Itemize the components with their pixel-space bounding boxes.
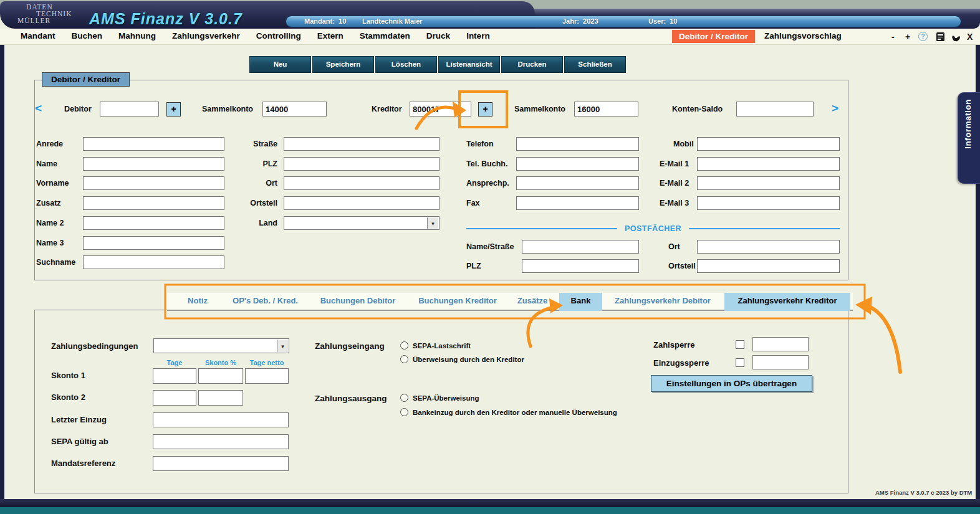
menu-item-extern[interactable]: Extern <box>317 31 343 40</box>
sepa-gueltig-input[interactable] <box>153 434 289 449</box>
sammelkonto-debitor-input[interactable] <box>262 102 327 117</box>
sepa-lastschrift-radio[interactable] <box>400 341 408 350</box>
loeschen-button[interactable]: Löschen <box>375 56 437 73</box>
menu-item-intern[interactable]: Intern <box>466 31 490 40</box>
tab-buchungen-debitor[interactable]: Buchungen Debitor <box>310 293 405 310</box>
email1-input[interactable] <box>697 157 840 171</box>
ortsteil-input[interactable] <box>284 196 440 210</box>
tab-zusaetze[interactable]: Zusätze <box>510 293 555 310</box>
menu-item-stammdaten[interactable]: Stammdaten <box>360 31 410 40</box>
mandatsreferenz-input[interactable] <box>153 456 289 471</box>
vorname-input[interactable] <box>83 176 224 190</box>
postfach-ort-input[interactable] <box>697 240 840 254</box>
tab-zahlungsverkehr-debitor[interactable]: Zahlungsverkehr Debitor <box>605 293 721 310</box>
schliessen-button[interactable]: Schließen <box>564 56 626 73</box>
tel-buchh-input[interactable] <box>516 157 639 171</box>
minimize-button[interactable]: - <box>891 32 895 42</box>
sammelkonto-debitor-label: Sammelkonto <box>202 105 253 113</box>
telefon-input[interactable] <box>516 137 639 151</box>
zahlungsausgang-label: Zahlungsausgang <box>315 394 387 403</box>
zahlsperre-checkbox[interactable] <box>736 340 744 349</box>
menu-item-druck[interactable]: Druck <box>426 31 450 40</box>
einzugssperre-label: Einzugssperre <box>653 358 709 368</box>
mandant-name: Landtechnik Maier <box>362 17 423 25</box>
menu-item-mandant[interactable]: Mandant <box>21 31 55 40</box>
suchname-label: Suchname <box>36 258 75 267</box>
skonto1-prozent-input[interactable] <box>198 368 243 384</box>
ops-uebertragen-button[interactable]: Einstellungen in OPs übertragen <box>651 375 812 392</box>
name2-label: Name 2 <box>36 219 64 227</box>
menu-item-mahnung[interactable]: Mahnung <box>118 31 156 40</box>
kreditor-label: Kreditor <box>372 105 402 113</box>
postfach-plz-label: PLZ <box>466 262 481 270</box>
letzter-einzug-input[interactable] <box>153 412 289 427</box>
speichern-button[interactable]: Speichern <box>312 56 374 73</box>
menu-item-debitor-kreditor[interactable]: Debitor / Kreditor <box>672 30 755 43</box>
fax-input[interactable] <box>516 196 639 210</box>
postfach-plz-input[interactable] <box>522 259 639 273</box>
skonto2-prozent-input[interactable] <box>198 390 243 406</box>
name2-input[interactable] <box>83 216 224 230</box>
einzugssperre-input[interactable] <box>752 355 809 369</box>
tab-ops-deb-kred[interactable]: OP's Deb. / Kred. <box>223 293 307 310</box>
land-dropdown-icon[interactable]: ▾ <box>427 217 438 229</box>
neu-button[interactable]: Neu <box>249 56 311 73</box>
help-icon[interactable]: ? <box>918 32 928 41</box>
email2-input[interactable] <box>697 176 840 190</box>
drucken-button[interactable]: Drucken <box>501 56 563 73</box>
ueberweisung-kreditor-radio[interactable] <box>400 355 408 363</box>
phone-icon[interactable] <box>951 32 961 42</box>
plz-input[interactable] <box>284 157 440 171</box>
sepa-ueberweisung-radio[interactable] <box>400 394 408 402</box>
skonto1-tage-input[interactable] <box>153 368 196 384</box>
einzugssperre-checkbox[interactable] <box>736 358 744 367</box>
information-side-tab[interactable]: Information <box>958 92 980 184</box>
bankeinzug-radio[interactable] <box>400 408 408 416</box>
maximize-button[interactable]: + <box>905 32 910 42</box>
kreditor-input[interactable] <box>410 102 471 117</box>
kreditor-add-button[interactable]: + <box>478 102 492 117</box>
zahlungsbedingungen-select[interactable]: ▾ <box>153 338 289 353</box>
email1-label: E-Mail 1 <box>660 159 689 168</box>
tab-notiz[interactable]: Notiz <box>176 293 219 310</box>
tab-zahlungsverkehr-kreditor[interactable]: Zahlungsverkehr Kreditor <box>724 293 850 311</box>
ort-input[interactable] <box>284 176 440 190</box>
postfach-ortsteil-input[interactable] <box>697 259 840 273</box>
mandatsreferenz-label: Mandatsreferenz <box>51 459 115 468</box>
zusatz-input[interactable] <box>83 196 224 210</box>
menu-item-zahlungsverkehr[interactable]: Zahlungsverkehr <box>172 31 240 40</box>
anrede-label: Anrede <box>36 140 63 148</box>
skonto1-tage-netto-input[interactable] <box>245 368 289 384</box>
tab-bank[interactable]: Bank <box>559 293 602 311</box>
debitor-input[interactable] <box>100 102 159 117</box>
strasse-input[interactable] <box>284 137 440 151</box>
menu-item-zahlungsvorschlag[interactable]: Zahlungsvorschlag <box>764 31 842 40</box>
sammelkonto-kreditor-input[interactable] <box>574 102 638 117</box>
name3-input[interactable] <box>83 236 224 250</box>
information-side-tab-label: Information <box>963 99 973 149</box>
zahlsperre-input[interactable] <box>752 337 809 351</box>
listenansicht-button[interactable]: Listenansicht <box>438 56 500 73</box>
postfach-name-strasse-input[interactable] <box>522 240 639 254</box>
close-icon[interactable]: X <box>967 32 973 42</box>
suchname-input[interactable] <box>83 255 224 269</box>
anrede-input[interactable] <box>83 137 224 151</box>
name-input[interactable] <box>83 157 224 171</box>
konten-saldo-label: Konten-Saldo <box>672 105 723 113</box>
prev-record-icon[interactable]: < <box>35 102 42 115</box>
email3-input[interactable] <box>697 196 840 210</box>
sammelkonto-kreditor-label: Sammelkonto <box>514 105 565 113</box>
notes-icon[interactable] <box>936 32 944 41</box>
menu-item-buchen[interactable]: Buchen <box>72 31 103 40</box>
zahlungsbedingungen-dropdown-icon[interactable]: ▾ <box>277 340 288 352</box>
next-record-icon[interactable]: > <box>832 102 838 115</box>
debitor-add-button[interactable]: + <box>166 102 181 117</box>
version-text: AMS Finanz V 3.0.7 c 2023 by DTM <box>875 489 972 496</box>
skonto2-tage-input[interactable] <box>153 390 196 406</box>
tab-buchungen-kreditor[interactable]: Buchungen Kreditor <box>408 293 507 310</box>
land-select[interactable]: ▾ <box>284 216 440 230</box>
ansprechp-input[interactable] <box>516 176 639 190</box>
mobil-input[interactable] <box>697 137 840 151</box>
konten-saldo-input[interactable] <box>736 102 814 117</box>
menu-item-controlling[interactable]: Controlling <box>256 31 301 40</box>
